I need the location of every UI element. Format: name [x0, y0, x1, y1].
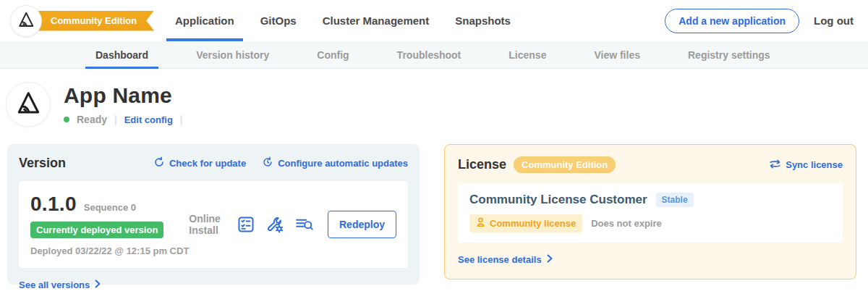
kots-admin-console: Community Edition Application GitOps Clu…	[0, 0, 868, 307]
license-details-panel: Community License Customer Stable Commun…	[458, 183, 843, 243]
version-card: Version Check for update	[7, 144, 420, 285]
ready-status-dot	[64, 117, 69, 122]
top-nav-gitops[interactable]: GitOps	[252, 0, 305, 41]
version-card-title: Version	[19, 156, 66, 171]
top-nav-snapshots[interactable]: Snapshots	[446, 0, 519, 41]
header-right: Add a new application Log out	[665, 9, 868, 33]
see-license-details-link[interactable]: See license details	[458, 254, 553, 265]
customer-name: Community License Customer	[469, 193, 647, 207]
schedule-update-icon	[262, 156, 273, 170]
person-icon	[476, 217, 485, 230]
expiration-text: Does not expire	[591, 218, 662, 229]
tab-view-files[interactable]: View files	[584, 41, 650, 68]
app-avatar	[6, 82, 51, 127]
tab-registry-settings[interactable]: Registry settings	[678, 41, 780, 68]
top-header: Community Edition Application GitOps Clu…	[0, 0, 868, 41]
tab-dashboard[interactable]: Dashboard	[85, 41, 158, 68]
edit-config-wrench-icon[interactable]	[265, 215, 284, 234]
replicated-logo-icon	[17, 10, 35, 32]
dashboard-cards: Version Check for update	[0, 144, 868, 285]
channel-badge: Stable	[656, 193, 694, 207]
edit-config-link[interactable]: Edit config	[124, 114, 173, 125]
version-number: 0.1.0	[30, 193, 77, 216]
license-card: License Community Edition Sync licen	[444, 144, 856, 279]
view-logs-icon[interactable]	[294, 215, 315, 234]
current-version-panel: 0.1.0 Sequence 0 Currently deployed vers…	[19, 181, 408, 268]
divider: |	[180, 114, 183, 125]
page-title: App Name	[64, 83, 182, 108]
sync-icon	[769, 159, 781, 172]
community-edition-badge: Community Edition	[514, 156, 616, 173]
tab-troubleshoot[interactable]: Troubleshoot	[387, 41, 472, 68]
sync-license-link[interactable]: Sync license	[769, 159, 843, 172]
preflight-checks-icon[interactable]	[237, 215, 255, 234]
tab-version-history[interactable]: Version history	[186, 41, 279, 68]
check-for-update-link[interactable]: Check for update	[153, 156, 246, 170]
top-nav-cluster-management[interactable]: Cluster Management	[314, 0, 438, 41]
license-card-title: License	[458, 157, 506, 172]
license-type-badge: Community license	[469, 214, 582, 232]
divider: |	[114, 114, 117, 125]
top-nav: Application GitOps Cluster Management Sn…	[166, 0, 519, 41]
replicated-logo-icon	[14, 89, 42, 119]
redeploy-button[interactable]: Redeploy	[328, 211, 396, 238]
chevron-right-icon	[93, 279, 101, 290]
currently-deployed-badge: Currently deployed version	[30, 222, 163, 238]
chevron-right-icon	[545, 254, 553, 265]
tab-license[interactable]: License	[498, 41, 556, 68]
app-logo-badge	[10, 5, 42, 37]
deployed-timestamp: Deployed 03/22/22 @ 12:15 pm CDT	[30, 245, 189, 256]
tab-config[interactable]: Config	[307, 41, 359, 68]
add-new-application-button[interactable]: Add a new application	[665, 9, 799, 33]
see-all-versions-link[interactable]: See all versions	[19, 279, 101, 290]
install-type-label: Online Install	[189, 213, 224, 236]
app-heading: App Name Ready | Edit config |	[0, 69, 868, 127]
configure-automatic-updates-link[interactable]: Configure automatic updates	[262, 156, 408, 170]
logout-button[interactable]: Log out	[814, 14, 854, 27]
top-nav-application[interactable]: Application	[166, 0, 243, 41]
refresh-icon	[153, 156, 165, 170]
sequence-label: Sequence 0	[84, 202, 136, 213]
app-status-text: Ready	[77, 114, 107, 125]
community-edition-ribbon: Community Edition	[25, 11, 154, 31]
app-sub-nav: Dashboard Version history Config Trouble…	[0, 41, 868, 69]
brand-block: Community Edition	[10, 5, 140, 37]
